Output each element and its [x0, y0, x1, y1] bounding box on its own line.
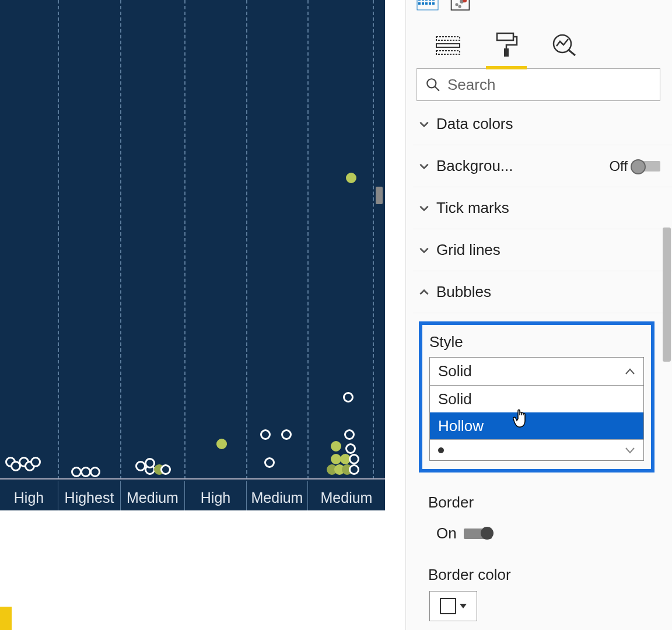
visualization-type-picker [413, 0, 672, 15]
data-point[interactable] [264, 457, 275, 468]
bubble-style-dropdown[interactable]: Solid Solid Hollow [429, 357, 644, 461]
data-point[interactable] [346, 173, 356, 183]
section-grid-lines[interactable]: Grid lines [413, 229, 672, 271]
section-label: Backgrou... [436, 157, 603, 175]
chevron-down-icon [418, 118, 430, 131]
data-point[interactable] [343, 392, 354, 402]
section-bubbles[interactable]: Bubbles [413, 271, 672, 313]
style-field-label: Style [429, 333, 644, 351]
matrix-viz-icon[interactable] [416, 0, 439, 10]
svg-rect-18 [436, 51, 460, 54]
svg-rect-10 [432, 2, 435, 5]
background-toggle[interactable]: Off [609, 158, 660, 174]
chevron-down-icon [418, 202, 430, 215]
search-input[interactable] [447, 76, 652, 94]
data-point[interactable] [216, 439, 227, 449]
section-data-colors[interactable]: Data colors [413, 103, 672, 145]
toggle-state-label: Off [609, 158, 628, 174]
section-label: Grid lines [436, 241, 660, 259]
chart-visual[interactable]: High Highest Medium High Medium Medium [0, 0, 405, 630]
chevron-up-icon [625, 368, 635, 375]
x-axis-label: High [0, 481, 58, 510]
x-axis-label: Highest [58, 481, 120, 510]
data-point[interactable] [281, 429, 292, 440]
section-label: Tick marks [436, 199, 660, 217]
svg-rect-17 [436, 44, 460, 47]
gridline [373, 0, 374, 480]
data-point[interactable] [344, 429, 355, 440]
svg-rect-20 [504, 48, 509, 57]
data-point[interactable] [160, 464, 171, 475]
border-color-field-label: Border color [413, 542, 672, 586]
dropdown-selected-value[interactable]: Solid [430, 358, 643, 386]
svg-point-15 [459, 5, 461, 8]
chevron-down-icon [625, 447, 635, 454]
analytics-tab[interactable] [547, 33, 582, 59]
section-label: Bubbles [436, 283, 660, 301]
data-point[interactable] [331, 441, 341, 452]
data-point[interactable] [349, 454, 359, 464]
svg-rect-2 [422, 0, 424, 1]
gridline [120, 0, 121, 480]
toggle-switch[interactable] [464, 528, 492, 539]
scatter-viz-icon[interactable] [449, 0, 471, 10]
svg-rect-4 [429, 0, 431, 1]
panel-vertical-scrollbar[interactable] [663, 228, 671, 362]
toggle-state-label: On [436, 524, 457, 542]
border-toggle[interactable]: On [413, 514, 672, 542]
format-tab[interactable] [489, 32, 524, 60]
section-tick-marks[interactable]: Tick marks [413, 187, 672, 229]
data-point[interactable] [30, 457, 41, 467]
section-background[interactable]: Backgrou... Off [413, 145, 672, 187]
chart-vertical-scrollbar[interactable] [376, 187, 383, 204]
x-axis-label: Medium [307, 481, 385, 510]
border-color-picker[interactable] [429, 591, 477, 621]
x-axis-line [0, 478, 385, 480]
dropdown-caret-icon [460, 604, 467, 608]
chevron-down-icon [418, 160, 430, 173]
section-label: Data colors [436, 115, 660, 133]
dropdown-option-hollow[interactable]: Hollow [430, 412, 643, 439]
bubble-style-highlighted-group: Style Solid Solid Hollow [419, 321, 654, 473]
data-point[interactable] [345, 443, 356, 454]
data-point[interactable] [145, 458, 155, 468]
format-search-box[interactable] [416, 68, 660, 101]
toggle-switch[interactable] [632, 161, 660, 172]
dropdown-footer[interactable] [430, 439, 643, 460]
svg-rect-6 [418, 2, 421, 5]
x-axis-label: High [184, 481, 246, 510]
data-point[interactable] [260, 429, 271, 440]
option-label: Solid [438, 390, 472, 408]
gridline [246, 0, 247, 480]
data-point[interactable] [349, 464, 359, 475]
svg-point-12 [455, 3, 458, 6]
border-field-label: Border [413, 483, 672, 514]
svg-rect-3 [425, 0, 428, 1]
gridline [58, 0, 59, 480]
chevron-up-icon [418, 286, 430, 299]
status-bar-accent [0, 607, 12, 630]
data-point[interactable] [90, 467, 100, 477]
dropdown-option-solid[interactable]: Solid [430, 386, 643, 412]
svg-rect-1 [418, 0, 421, 1]
svg-rect-7 [422, 2, 424, 5]
chart-plot-area: High Highest Medium High Medium Medium [0, 0, 385, 510]
svg-rect-8 [425, 2, 428, 5]
svg-rect-9 [429, 2, 431, 5]
svg-point-23 [427, 79, 436, 88]
svg-rect-0 [417, 0, 438, 10]
paint-roller-icon [495, 32, 518, 58]
search-icon [425, 77, 440, 92]
x-axis-label: Medium [120, 481, 184, 510]
visualizations-panel: Data colors Backgrou... Off Tick marks G… [405, 0, 672, 630]
option-label: Hollow [438, 417, 484, 435]
svg-rect-16 [436, 37, 460, 40]
svg-rect-5 [432, 0, 435, 1]
svg-line-22 [568, 50, 575, 55]
analytics-icon [552, 33, 578, 57]
gridline [307, 0, 309, 480]
gridline [184, 0, 186, 480]
x-axis-label: Medium [246, 481, 307, 510]
format-pane-tabs [413, 15, 672, 65]
fields-tab[interactable] [430, 34, 466, 58]
